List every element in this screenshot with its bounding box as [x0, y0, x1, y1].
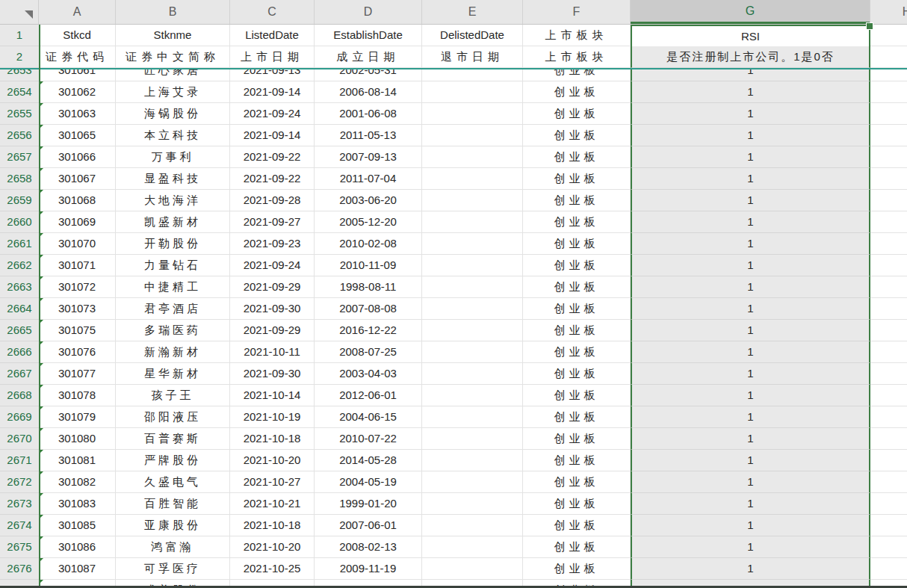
cell-D2667[interactable]: 2003-04-03	[315, 363, 422, 385]
cell-F2663[interactable]: 创业板	[523, 276, 631, 298]
cell-G2657[interactable]: 1	[631, 146, 870, 168]
cell-E2664[interactable]	[422, 298, 523, 320]
cell-B2656[interactable]: 本立科技	[116, 125, 230, 146]
cell-E2655[interactable]	[422, 103, 523, 125]
cell-D2[interactable]: 成立日期	[315, 46, 422, 68]
cell-A2672[interactable]: 301082	[39, 471, 116, 493]
cell-B2[interactable]: 证券中文简称	[116, 46, 230, 68]
row-header-2674[interactable]: 2674	[0, 515, 39, 536]
cell-H2657[interactable]	[870, 146, 907, 168]
cell-G2660[interactable]: 1	[631, 211, 870, 233]
cell-A2666[interactable]: 301076	[39, 341, 116, 363]
cell-C2[interactable]: 上市日期	[230, 46, 315, 68]
column-header-d[interactable]: D	[315, 0, 422, 24]
cell-E2657[interactable]	[422, 146, 523, 168]
cell-D2664[interactable]: 2007-08-08	[315, 298, 422, 320]
cell-D2658[interactable]: 2011-07-04	[315, 168, 422, 190]
cell-D2671[interactable]: 2014-05-28	[315, 450, 422, 471]
cell-H2673[interactable]	[870, 493, 907, 515]
row-header-2662[interactable]: 2662	[0, 255, 39, 276]
cell-F2656[interactable]: 创业板	[523, 125, 631, 146]
cell-C2667[interactable]: 2021-09-30	[230, 363, 315, 385]
cell-E2665[interactable]	[422, 320, 523, 341]
column-header-c[interactable]: C	[230, 0, 315, 24]
cell-G2655[interactable]: 1	[631, 103, 870, 125]
cell-A2659[interactable]: 301068	[39, 190, 116, 211]
cell-B2661[interactable]: 开勒股份	[116, 233, 230, 255]
cell-C2671[interactable]: 2021-10-20	[230, 450, 315, 471]
cell-A2669[interactable]: 301079	[39, 406, 116, 428]
cell-B2655[interactable]: 海锅股份	[116, 103, 230, 125]
row-header-2657[interactable]: 2657	[0, 146, 39, 168]
row-header-2654[interactable]: 2654	[0, 81, 39, 103]
cell-G2659[interactable]: 1	[631, 190, 870, 211]
cell-D2653[interactable]: 2002-05-31	[315, 69, 422, 81]
column-header-h[interactable]: H	[870, 0, 907, 24]
cell-A2670[interactable]: 301080	[39, 428, 116, 450]
cell-B2664[interactable]: 君亭酒店	[116, 298, 230, 320]
cell-B2669[interactable]: 邵阳液压	[116, 406, 230, 428]
cell-G2669[interactable]: 1	[631, 406, 870, 428]
cell-G2674[interactable]: 1	[631, 515, 870, 536]
cell-H2668[interactable]	[870, 385, 907, 406]
cell-F2671[interactable]: 创业板	[523, 450, 631, 471]
row-header-2673[interactable]: 2673	[0, 493, 39, 515]
row-header-1[interactable]: 1	[0, 25, 39, 46]
cell-F2670[interactable]: 创业板	[523, 428, 631, 450]
cell-D2655[interactable]: 2001-06-08	[315, 103, 422, 125]
cell-G2658[interactable]: 1	[631, 168, 870, 190]
cell-B2654[interactable]: 上海艾录	[116, 81, 230, 103]
cell-A2663[interactable]: 301072	[39, 276, 116, 298]
cell-A2668[interactable]: 301078	[39, 385, 116, 406]
cell-G2663[interactable]: 1	[631, 276, 870, 298]
cell-A2661[interactable]: 301070	[39, 233, 116, 255]
row-header-2659[interactable]: 2659	[0, 190, 39, 211]
cell-A2673[interactable]: 301083	[39, 493, 116, 515]
cell-H2[interactable]	[870, 46, 907, 68]
cell-E2661[interactable]	[422, 233, 523, 255]
cell-B2657[interactable]: 万事利	[116, 146, 230, 168]
row-header-2671[interactable]: 2671	[0, 450, 39, 471]
cell-G2672[interactable]: 1	[631, 471, 870, 493]
cell-C2658[interactable]: 2021-09-22	[230, 168, 315, 190]
cell-A2654[interactable]: 301062	[39, 81, 116, 103]
cell-F2657[interactable]: 创业板	[523, 146, 631, 168]
cell-D2665[interactable]: 2016-12-22	[315, 320, 422, 341]
cell-H2654[interactable]	[870, 81, 907, 103]
cell-D2657[interactable]: 2007-09-13	[315, 146, 422, 168]
cell-H2667[interactable]	[870, 363, 907, 385]
cell-H2664[interactable]	[870, 298, 907, 320]
cell-E2658[interactable]	[422, 168, 523, 190]
cell-D2661[interactable]: 2010-02-08	[315, 233, 422, 255]
cell-B2662[interactable]: 力量钻石	[116, 255, 230, 276]
cell-C2663[interactable]: 2021-09-29	[230, 276, 315, 298]
cell-C2659[interactable]: 2021-09-28	[230, 190, 315, 211]
cell-C2668[interactable]: 2021-10-14	[230, 385, 315, 406]
cell-C2653[interactable]: 2021-09-13	[230, 69, 315, 81]
cell-F2653[interactable]: 创业板	[523, 69, 631, 81]
cell-B2670[interactable]: 百普赛斯	[116, 428, 230, 450]
cell-B2658[interactable]: 显盈科技	[116, 168, 230, 190]
cell-A2671[interactable]: 301081	[39, 450, 116, 471]
cell-E2659[interactable]	[422, 190, 523, 211]
cell-G2662[interactable]: 1	[631, 255, 870, 276]
cell-D2660[interactable]: 2005-12-20	[315, 211, 422, 233]
cell-D2663[interactable]: 1998-08-11	[315, 276, 422, 298]
cell-H2656[interactable]	[870, 125, 907, 146]
cell-B1[interactable]: Stknme	[116, 25, 230, 46]
cell-A2667[interactable]: 301077	[39, 363, 116, 385]
cell-F2662[interactable]: 创业板	[523, 255, 631, 276]
cell-F2668[interactable]: 创业板	[523, 385, 631, 406]
cell-E2670[interactable]	[422, 428, 523, 450]
cell-D2672[interactable]: 2004-05-19	[315, 471, 422, 493]
cell-F2[interactable]: 上市板块	[523, 46, 631, 68]
cell-G2675[interactable]: 1	[631, 536, 870, 558]
cell-C2654[interactable]: 2021-09-14	[230, 81, 315, 103]
row-header-2658[interactable]: 2658	[0, 168, 39, 190]
cell-E2668[interactable]	[422, 385, 523, 406]
cell-B2668[interactable]: 孩子王	[116, 385, 230, 406]
cell-E1[interactable]: DelistedDate	[422, 25, 523, 46]
cell-F2666[interactable]: 创业板	[523, 341, 631, 363]
row-header-2656[interactable]: 2656	[0, 125, 39, 146]
cell-B2672[interactable]: 久盛电气	[116, 471, 230, 493]
